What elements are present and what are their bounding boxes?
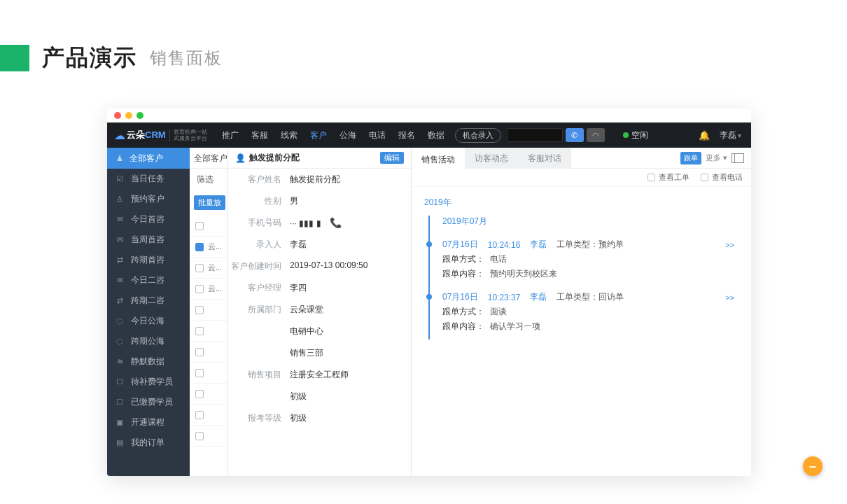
filter-row[interactable]: 筛选 <box>190 169 227 190</box>
sidebar-item[interactable]: ▤我的订单 <box>107 433 190 453</box>
topbar-right: 🔔 李磊▾ <box>699 130 751 141</box>
activity-panel: 销售活动访客动态客服对话 跟单 更多 ▾ 查看工单 查看电话 <box>412 148 751 476</box>
follow-tag[interactable]: 跟单 <box>680 152 701 164</box>
person-icon: 👤 <box>235 153 246 163</box>
timeline-entry: 07月16日10:24:16李磊工单类型：预约单>>跟单方式：电话跟单内容：预约… <box>442 234 738 287</box>
activity-toolbar: 查看工单 查看电话 <box>412 169 751 187</box>
sidebar-item[interactable]: ✉当周首咨 <box>107 230 190 250</box>
entry-head: 07月16日10:23:37李磊工单类型：回访单>> <box>442 291 738 303</box>
sidebar-item[interactable]: ⇄跨期首咨 <box>107 250 190 270</box>
page-title: 产品演示 <box>42 43 137 74</box>
checkbox-icon <box>195 306 204 314</box>
sidebar-label: 今日首咨 <box>131 214 164 225</box>
sidebar-label: 今日二咨 <box>131 274 164 286</box>
sidebar-item[interactable]: ✉今日二咨 <box>107 270 190 290</box>
opportunity-button[interactable]: 机会录入 <box>455 128 501 143</box>
checkbox-icon <box>195 432 204 440</box>
sidebar-item[interactable]: ◌跨期公海 <box>107 331 190 351</box>
list-row[interactable]: 云... <box>190 237 227 258</box>
bell-icon[interactable]: 🔔 <box>699 130 710 141</box>
list-row[interactable] <box>190 342 227 363</box>
batch-button[interactable]: 批量放 <box>194 195 225 210</box>
call-button[interactable]: ✆ <box>566 128 584 142</box>
topnav-item[interactable]: 客服 <box>246 122 273 148</box>
minimize-dot[interactable] <box>125 112 132 119</box>
field-value: 初级 <box>290 412 307 424</box>
list-row[interactable] <box>190 405 227 426</box>
sidebar-item[interactable]: ⇄跨期二咨 <box>107 290 190 311</box>
view-tickets-checkbox[interactable]: 查看工单 <box>648 172 690 183</box>
dialer: ✆ ◠ <box>507 128 605 142</box>
sidebar-icon: ⇄ <box>115 296 124 305</box>
list-row[interactable] <box>190 216 227 237</box>
sidebar-head[interactable]: ♟ 全部客户 <box>107 148 190 169</box>
list-row[interactable] <box>190 384 227 405</box>
checkbox-icon <box>195 348 204 356</box>
entry-line: 跟单方式：面谈 <box>442 303 738 318</box>
sidebar-label: 已缴费学员 <box>131 396 173 408</box>
field-label: 销售项目 <box>228 369 290 381</box>
entry-more[interactable]: >> <box>725 293 738 302</box>
topnav-item[interactable]: 报名 <box>393 122 420 148</box>
topnav-item[interactable]: 客户 <box>305 122 332 148</box>
list-row[interactable] <box>190 363 227 384</box>
accent-block <box>0 45 29 71</box>
layout-icon[interactable] <box>732 153 744 163</box>
activity-tab[interactable]: 访客动态 <box>465 148 518 169</box>
activity-tab[interactable]: 销售活动 <box>412 148 465 169</box>
field-label <box>228 326 290 337</box>
fab-button[interactable]: – <box>803 456 822 476</box>
topnav-item[interactable]: 线索 <box>276 122 302 148</box>
sidebar-item[interactable]: ✉今日首咨 <box>107 209 190 230</box>
field-label: 所属部门 <box>228 304 290 316</box>
field-value: 触发提前分配 <box>290 174 340 186</box>
list-row[interactable] <box>190 426 227 447</box>
activity-tab[interactable]: 客服对话 <box>518 148 571 169</box>
field-label: 客户创建时间 <box>228 260 290 272</box>
close-dot[interactable] <box>114 112 121 119</box>
topbar: ☁ 云朵CRM 教育机构一站 式服务云平台 推广客服线索客户公海电话报名数据 机… <box>107 122 751 148</box>
sidebar-item[interactable]: ☐已缴费学员 <box>107 392 190 412</box>
sidebar-icon: ☑ <box>115 174 124 183</box>
detail-header: 👤 触发提前分配 编辑 <box>228 148 411 169</box>
detail-field: 录入人李磊 <box>228 234 411 255</box>
checkbox-icon <box>195 411 204 419</box>
checkbox-icon <box>195 285 204 293</box>
sidebar-icon: ◌ <box>115 337 124 346</box>
hangup-button[interactable]: ◠ <box>587 128 605 142</box>
zoom-dot[interactable] <box>136 112 144 119</box>
detail-field: 客户经理李四 <box>228 277 411 299</box>
field-value: 李磊 <box>290 239 307 251</box>
entry-more[interactable]: >> <box>725 241 738 249</box>
chevron-down-icon: ▾ <box>738 132 741 139</box>
list-row[interactable] <box>190 300 227 321</box>
sidebar-icon: ☐ <box>115 377 124 386</box>
sidebar-item[interactable]: ◌今日公海 <box>107 311 190 331</box>
field-label <box>228 347 290 359</box>
more-link[interactable]: 更多 ▾ <box>706 153 727 163</box>
entry-user: 李磊 <box>530 239 547 251</box>
user-menu[interactable]: 李磊▾ <box>720 130 741 141</box>
sidebar-item[interactable]: ♙预约客户 <box>107 189 190 209</box>
sidebar-item[interactable]: ≋静默数据 <box>107 351 190 372</box>
topnav-item[interactable]: 公海 <box>335 122 361 148</box>
entry-time: 10:23:37 <box>488 293 521 302</box>
view-calls-checkbox[interactable]: 查看电话 <box>701 172 743 183</box>
sidebar-label: 跨期公海 <box>131 335 164 347</box>
list-row[interactable] <box>190 321 227 342</box>
list-row[interactable]: 云... <box>190 258 227 279</box>
dial-input[interactable] <box>507 128 563 142</box>
sidebar-label: 开通课程 <box>131 416 164 428</box>
phone-icon[interactable]: 📞 <box>330 217 342 228</box>
page-subtitle: 销售面板 <box>150 47 223 69</box>
topnav-item[interactable]: 电话 <box>364 122 391 148</box>
topnav-item[interactable]: 推广 <box>217 122 244 148</box>
topnav-item[interactable]: 数据 <box>423 122 449 148</box>
checkbox-icon <box>195 369 204 377</box>
sidebar-item[interactable]: ▣开通课程 <box>107 412 190 433</box>
list-row[interactable]: 云... <box>190 279 227 300</box>
sidebar-item[interactable]: ☑当日任务 <box>107 169 190 189</box>
edit-button[interactable]: 编辑 <box>380 152 404 164</box>
detail-field: 电销中心 <box>228 321 411 342</box>
sidebar-item[interactable]: ☐待补费学员 <box>107 372 190 392</box>
